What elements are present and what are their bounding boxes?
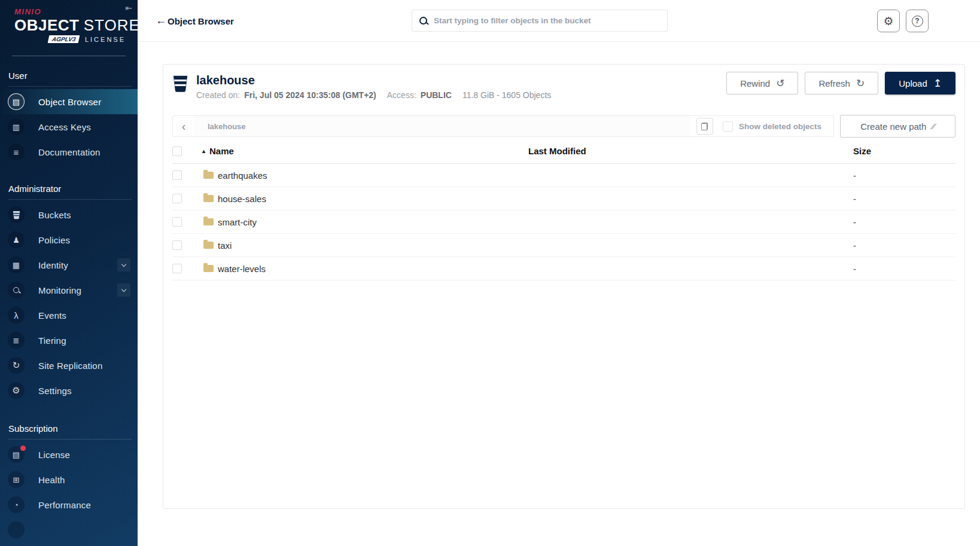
sidebar-item-health[interactable]: ⊞ Health: [0, 467, 138, 492]
show-deleted-label[interactable]: Show deleted objects: [739, 122, 821, 131]
section-label-user: User: [0, 66, 138, 86]
bucket-name: lakehouse: [196, 73, 551, 87]
row-size: -: [850, 264, 957, 274]
back-arrow-icon[interactable]: ←: [156, 14, 166, 27]
object-browser-icon: ▤: [8, 93, 25, 110]
sidebar-item-site-replication[interactable]: ↻ Site Replication: [0, 353, 138, 378]
divider: [8, 199, 132, 200]
table-row[interactable]: earthquakes -: [172, 164, 955, 187]
sidebar-item-partial[interactable]: [0, 517, 138, 542]
current-path: lakehouse: [194, 116, 690, 136]
sidebar-item-access-keys[interactable]: ▥ Access Keys: [0, 114, 138, 139]
size-column-header: Size: [850, 146, 957, 156]
row-size: -: [850, 240, 957, 251]
refresh-button[interactable]: Refresh ↻: [805, 72, 878, 94]
upload-icon: ↥: [933, 78, 942, 89]
search-input[interactable]: [434, 16, 660, 25]
created-value: Fri, Jul 05 2024 10:35:08 (GMT+2): [244, 90, 376, 100]
path-box: ‹ lakehouse Show deleted objects: [172, 115, 834, 137]
monitoring-icon: [8, 282, 25, 298]
gear-icon: ⚙: [8, 382, 25, 399]
bucket-browser-card: lakehouse Created on: Fri, Jul 05 2024 1…: [163, 64, 965, 509]
access-keys-icon: ▥: [8, 118, 25, 135]
copy-icon: [701, 123, 708, 130]
sidebar-section-administrator: Administrator Buckets ♟ Policies ▦ Ident…: [0, 179, 138, 403]
create-new-path-button[interactable]: Create new path ∕∕: [840, 115, 955, 138]
chevron-down-icon[interactable]: [117, 258, 130, 272]
sidebar-item-object-browser[interactable]: ▤ Object Browser: [0, 89, 138, 114]
help-button[interactable]: ?: [906, 10, 929, 32]
folder-icon: [203, 265, 214, 272]
row-checkbox[interactable]: [172, 240, 182, 250]
created-label: Created on:: [196, 90, 240, 100]
row-checkbox[interactable]: [172, 264, 182, 273]
sidebar-item-settings[interactable]: ⚙ Settings: [0, 378, 138, 403]
collapse-sidebar-icon[interactable]: ⇤: [125, 3, 132, 13]
section-label-administrator: Administrator: [0, 179, 138, 199]
sidebar-item-license[interactable]: ▤ License: [0, 442, 138, 467]
health-icon: ⊞: [8, 471, 25, 488]
search-icon: [419, 17, 427, 25]
copy-path-button[interactable]: [696, 118, 713, 135]
layers-icon: ≣: [8, 332, 25, 349]
bucket-icon: [172, 75, 188, 93]
notification-dot: [20, 446, 26, 451]
row-checkbox[interactable]: [172, 194, 182, 203]
sidebar-section-subscription: Subscription ▤ License ⊞ Health ◔ Perfor…: [0, 419, 138, 542]
sidebar-item-monitoring[interactable]: Monitoring: [0, 277, 138, 303]
divider: [12, 56, 126, 56]
sidebar-item-performance[interactable]: ◔ Performance: [0, 492, 138, 517]
row-checkbox[interactable]: [172, 170, 182, 180]
divider: [8, 86, 132, 87]
bucket-actions: Rewind ↺ Refresh ↻ Upload ↥: [726, 72, 955, 94]
row-size: -: [850, 194, 957, 204]
sort-asc-icon: ▴: [202, 148, 205, 154]
documentation-icon: ≡: [8, 144, 25, 160]
name-column-header[interactable]: ▴ Name: [199, 146, 525, 156]
object-store-wordmark: OBJECT STORE: [14, 17, 127, 33]
sidebar-item-events[interactable]: λ Events: [0, 303, 138, 328]
table-row[interactable]: smart-city -: [172, 211, 955, 234]
new-path-icon: ∕∕: [932, 122, 935, 131]
show-deleted-checkbox[interactable]: [723, 121, 733, 132]
license-badge-row: AGPLV3 LICENSE: [14, 35, 127, 43]
settings-button[interactable]: ⚙: [877, 10, 900, 32]
modified-column-header: Last Modified: [525, 146, 850, 156]
table-row[interactable]: water-levels -: [172, 257, 955, 280]
table-row[interactable]: taxi -: [172, 234, 955, 257]
divider: [8, 439, 132, 440]
upload-button[interactable]: Upload ↥: [885, 72, 955, 94]
folder-icon: [203, 242, 214, 249]
bucket-header: lakehouse Created on: Fri, Jul 05 2024 1…: [172, 73, 955, 108]
rewind-icon: ↺: [776, 78, 784, 89]
table-header-row: ▴ Name Last Modified Size: [172, 139, 955, 164]
identity-icon: ▦: [8, 257, 25, 273]
bucket-icon: [8, 206, 25, 223]
select-all-checkbox[interactable]: [172, 147, 182, 156]
row-size: -: [850, 217, 957, 227]
access-label: Access:: [387, 90, 416, 100]
rewind-button[interactable]: Rewind ↺: [726, 72, 798, 94]
refresh-icon: ↻: [856, 78, 865, 89]
access-value: PUBLIC: [421, 90, 452, 100]
sidebar-item-identity[interactable]: ▦ Identity: [0, 252, 138, 277]
chevron-left-icon[interactable]: ‹: [173, 116, 194, 136]
sidebar-item-documentation[interactable]: ≡ Documentation: [0, 139, 138, 164]
sidebar-item-buckets[interactable]: Buckets: [0, 202, 138, 227]
folder-icon: [203, 218, 214, 225]
chevron-down-icon[interactable]: [117, 283, 130, 297]
help-icon: ?: [912, 16, 923, 27]
main-area: ← Object Browser ⚙ ? lakehouse Created o…: [138, 0, 980, 546]
sidebar-item-tiering[interactable]: ≣ Tiering: [0, 328, 138, 353]
gauge-icon: ◔: [8, 496, 25, 513]
table-row[interactable]: house-sales -: [172, 187, 955, 211]
bucket-meta: Created on: Fri, Jul 05 2024 10:35:08 (G…: [196, 90, 551, 100]
minio-wordmark: MINIO: [14, 7, 127, 16]
replication-icon: ↻: [8, 357, 25, 374]
search-box: [412, 10, 668, 32]
app-logo: MINIO OBJECT STORE AGPLV3 LICENSE: [0, 0, 138, 43]
row-checkbox[interactable]: [172, 217, 182, 227]
bucket-stats: 11.8 GiB - 1605 Objects: [462, 90, 551, 100]
sidebar-item-policies[interactable]: ♟ Policies: [0, 227, 138, 252]
browse-toolbar: ‹ lakehouse Show deleted objects Create …: [172, 115, 955, 138]
